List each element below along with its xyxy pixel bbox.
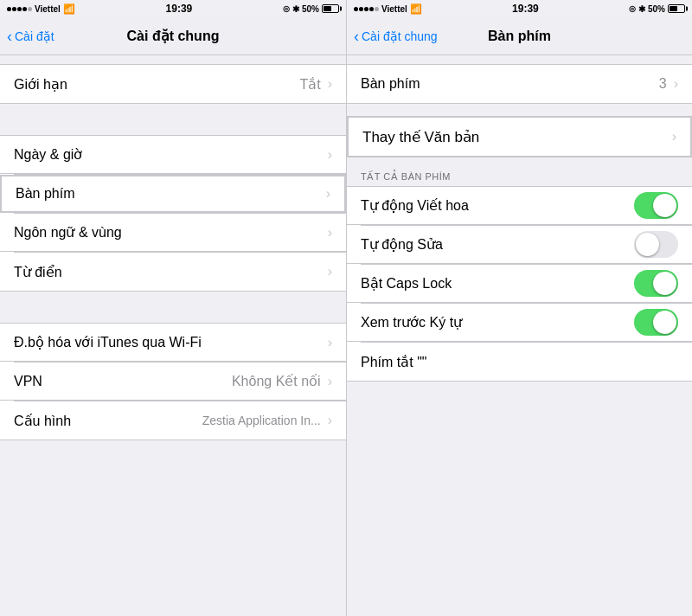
right-panel: Viettel 📶 19:39 ◎ ✱ 50% ‹ Cài đặt chung … bbox=[346, 0, 692, 616]
right-status-right: ◎ ✱ 50% bbox=[629, 4, 685, 14]
wifi-icon: 📶 bbox=[63, 3, 75, 15]
battery-label: 50% bbox=[302, 4, 319, 14]
row-vpn[interactable]: VPN Không Kết nối › bbox=[0, 363, 346, 401]
battery-icon bbox=[322, 4, 339, 13]
ngay-gio-chevron-icon: › bbox=[328, 147, 332, 163]
ngon-ngu-chevron-icon: › bbox=[328, 225, 332, 241]
row-ban-phim-count[interactable]: Bàn phím 3 › bbox=[347, 65, 692, 103]
xem-truoc-toggle[interactable] bbox=[634, 309, 678, 336]
gap2 bbox=[0, 104, 346, 135]
row-ban-phim[interactable]: Bàn phím › bbox=[0, 175, 346, 213]
dongbo-chevron-icon: › bbox=[328, 335, 332, 350]
right-wifi-icon: 📶 bbox=[410, 3, 422, 15]
left-back-button[interactable]: ‹ Cài đặt bbox=[7, 29, 54, 44]
ban-phim-count-chevron-icon: › bbox=[674, 76, 678, 92]
right-battery-label: 50% bbox=[648, 4, 665, 14]
row-tu-dien[interactable]: Từ điển › bbox=[0, 253, 346, 291]
right-nav-bar: ‹ Cài đặt chung Bàn phím bbox=[347, 17, 692, 55]
tu-dong-sua-thumb bbox=[636, 233, 659, 256]
phim-tat-label: Phím tắt "" bbox=[361, 354, 678, 370]
right-settings-list: Bàn phím 3 › Thay thế Văn bản › TẤT CẢ B… bbox=[347, 55, 692, 616]
ban-phim-count-label: Bàn phím bbox=[361, 76, 659, 92]
right-gap3 bbox=[347, 157, 692, 166]
tu-dong-sua-label: Tự động Sửa bbox=[361, 236, 634, 253]
location-icon: ◎ bbox=[283, 4, 290, 13]
right-gap1 bbox=[347, 55, 692, 64]
bat-caps-lock-label: Bật Caps Lock bbox=[361, 275, 634, 292]
right-nav-title: Bàn phím bbox=[488, 29, 551, 44]
block-ngay-gio: Ngày & giờ › Bàn phím › Ngôn ngữ & vùng … bbox=[0, 135, 346, 292]
left-nav-bar: ‹ Cài đặt Cài đặt chung bbox=[0, 17, 346, 55]
tu-dong-viet-hoa-toggle[interactable] bbox=[634, 192, 678, 219]
block-thay-the: Thay thế Văn bản › bbox=[347, 116, 692, 157]
gioi-han-chevron-icon: › bbox=[328, 76, 332, 92]
left-time: 19:39 bbox=[166, 3, 193, 15]
left-settings-list: Giới hạn Tắt › Ngày & giờ › Bàn phím › N… bbox=[0, 55, 346, 616]
thay-the-label: Thay thế Văn bản bbox=[362, 128, 670, 146]
vpn-chevron-icon: › bbox=[328, 374, 332, 389]
vpn-label: VPN bbox=[14, 374, 232, 389]
row-xem-truoc[interactable]: Xem trước Ký tự bbox=[347, 304, 692, 342]
tu-dien-label: Từ điển bbox=[14, 264, 326, 280]
row-bat-caps-lock[interactable]: Bật Caps Lock bbox=[347, 265, 692, 303]
left-status-bar: Viettel 📶 19:39 ◎ ✱ 50% bbox=[0, 0, 346, 17]
tu-dong-sua-toggle[interactable] bbox=[634, 231, 678, 258]
row-cau-hinh[interactable]: Cấu hình Zestia Application In... › bbox=[0, 401, 346, 440]
bluetooth-icon: ✱ bbox=[292, 4, 299, 14]
cau-hinh-value: Zestia Application In... bbox=[202, 414, 321, 427]
cau-hinh-chevron-icon: › bbox=[328, 413, 332, 428]
right-status-bar: Viettel 📶 19:39 ◎ ✱ 50% bbox=[347, 0, 692, 17]
row-tu-dong-sua[interactable]: Tự động Sửa bbox=[347, 226, 692, 264]
xem-truoc-thumb bbox=[653, 311, 676, 334]
signal-icon bbox=[7, 7, 32, 11]
gap1 bbox=[0, 55, 346, 64]
left-status-left: Viettel 📶 bbox=[7, 3, 75, 15]
right-carrier-label: Viettel bbox=[381, 4, 407, 14]
gap3 bbox=[0, 292, 346, 323]
left-panel: Viettel 📶 19:39 ◎ ✱ 50% ‹ Cài đặt Cài đặ… bbox=[0, 0, 346, 616]
block-gioi-han: Giới hạn Tắt › bbox=[0, 64, 346, 104]
right-signal-icon bbox=[354, 7, 379, 11]
vpn-value: Không Kết nối bbox=[232, 373, 321, 389]
row-tu-dong-viet-hoa[interactable]: Tự động Viết hoa bbox=[347, 187, 692, 225]
cau-hinh-label: Cấu hình bbox=[14, 413, 202, 429]
block-ban-phim-count: Bàn phím 3 › bbox=[347, 64, 692, 104]
right-location-icon: ◎ bbox=[629, 4, 636, 13]
block-bottom: Đ.bộ hóa với iTunes qua Wi-Fi › VPN Khôn… bbox=[0, 323, 346, 440]
row-phim-tat[interactable]: Phím tắt "" bbox=[347, 343, 692, 381]
left-status-right: ◎ ✱ 50% bbox=[283, 4, 339, 14]
ban-phim-chevron-icon: › bbox=[326, 186, 330, 202]
gioi-han-value: Tắt bbox=[299, 76, 320, 93]
ngon-ngu-label: Ngôn ngữ & vùng bbox=[14, 224, 326, 241]
gioi-han-label: Giới hạn bbox=[14, 76, 299, 93]
block-toggles: Tự động Viết hoa Tự động Sửa Bật Caps Lo… bbox=[347, 186, 692, 382]
row-thay-the[interactable]: Thay thế Văn bản › bbox=[349, 118, 690, 156]
bat-caps-lock-toggle[interactable] bbox=[634, 270, 678, 297]
right-status-left: Viettel 📶 bbox=[354, 3, 422, 15]
right-back-chevron-icon: ‹ bbox=[354, 29, 359, 44]
tu-dong-viet-hoa-label: Tự động Viết hoa bbox=[361, 197, 634, 214]
right-battery-icon bbox=[668, 4, 685, 13]
right-bluetooth-icon: ✱ bbox=[638, 4, 645, 14]
xem-truoc-label: Xem trước Ký tự bbox=[361, 314, 634, 330]
left-nav-title: Cài đặt chung bbox=[127, 28, 220, 44]
right-gap2 bbox=[347, 104, 692, 116]
left-back-label: Cài đặt bbox=[15, 29, 54, 43]
right-back-label: Cài đặt chung bbox=[362, 29, 438, 43]
row-dongbo[interactable]: Đ.bộ hóa với iTunes qua Wi-Fi › bbox=[0, 324, 346, 362]
row-ngon-ngu[interactable]: Ngôn ngữ & vùng › bbox=[0, 214, 346, 252]
bat-caps-lock-thumb bbox=[653, 272, 676, 295]
ban-phim-label: Bàn phím bbox=[16, 186, 324, 202]
right-time: 19:39 bbox=[512, 3, 539, 15]
tu-dien-chevron-icon: › bbox=[328, 264, 332, 279]
section-header-all-keyboards: TẤT CẢ BÀN PHÍM bbox=[347, 166, 692, 186]
left-back-chevron-icon: ‹ bbox=[7, 29, 12, 44]
dongbo-label: Đ.bộ hóa với iTunes qua Wi-Fi bbox=[14, 334, 326, 350]
thay-the-chevron-icon: › bbox=[672, 129, 676, 144]
right-back-button[interactable]: ‹ Cài đặt chung bbox=[354, 29, 438, 44]
tu-dong-viet-hoa-thumb bbox=[653, 194, 676, 217]
row-gioi-han[interactable]: Giới hạn Tắt › bbox=[0, 65, 346, 103]
carrier-label: Viettel bbox=[35, 4, 61, 14]
row-ngay-gio[interactable]: Ngày & giờ › bbox=[0, 136, 346, 174]
ngay-gio-label: Ngày & giờ bbox=[14, 146, 326, 163]
